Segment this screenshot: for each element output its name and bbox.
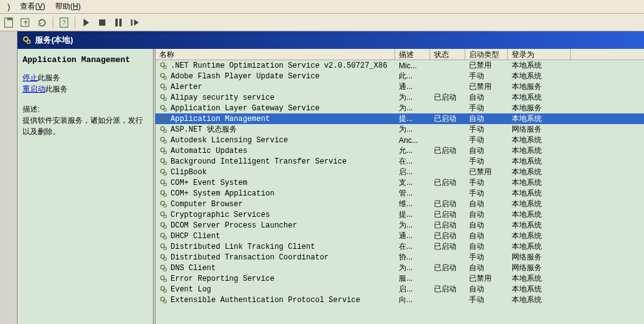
service-row[interactable]: Extensible Authentication Protocol Servi… (156, 295, 644, 305)
service-name: DNS Client (171, 264, 216, 273)
services-header-icon (23, 36, 31, 44)
detail-pane: Application Management 停止此服务 重启动此服务 描述: … (18, 49, 153, 324)
service-state: 已启动 (430, 231, 465, 241)
svg-point-32 (164, 172, 167, 175)
service-row[interactable]: Adobe Flash Player Update Service此...手动本… (156, 71, 644, 81)
svg-point-52 (164, 278, 167, 281)
service-state: 已启动 (430, 92, 465, 103)
service-row[interactable]: Automatic Updates允...已启动自动本地系统 (156, 145, 644, 156)
toolbar-restart-icon[interactable] (128, 16, 142, 29)
toolbar-separator (53, 17, 53, 28)
toolbar-help-icon[interactable]: ? (57, 16, 71, 29)
menu-help[interactable]: 帮助(H) (50, 0, 86, 13)
service-desc: 为... (395, 124, 430, 135)
menu-view[interactable]: 查看(V) (15, 0, 50, 13)
service-logon: 本地系统 (508, 199, 571, 209)
toolbar-separator-2 (75, 17, 75, 28)
col-desc[interactable]: 描述 (395, 49, 430, 60)
toolbar-stop-icon[interactable] (95, 16, 109, 29)
main-area: 服务(本地) Application Management 停止此服务 重启动此… (0, 31, 644, 324)
service-desc: Anc... (395, 136, 430, 145)
service-row[interactable]: Cryptographic Services提...已启动自动本地系统 (156, 209, 644, 220)
service-row[interactable]: Distributed Link Tracking Client在...已启动自… (156, 241, 644, 252)
service-row[interactable]: Autodesk Licensing ServiceAnc...手动本地系统 (156, 135, 644, 145)
service-row[interactable]: COM+ System Application管...手动本地系统 (156, 188, 644, 199)
service-desc: 启... (395, 167, 430, 177)
service-desc: 通... (395, 231, 430, 241)
service-row[interactable]: Application Layer Gateway Service为...手动本… (156, 103, 644, 113)
service-start: 已禁用 (465, 273, 508, 284)
service-logon: 本地系统 (508, 209, 571, 220)
service-icon (159, 221, 168, 230)
service-row[interactable]: Distributed Transaction Coordinator协...手… (156, 252, 644, 263)
service-desc: 为... (395, 220, 430, 231)
service-row[interactable]: ASP.NET 状态服务为...手动网络服务 (156, 124, 644, 135)
service-logon: 本地系统 (508, 71, 571, 81)
col-start[interactable]: 启动类型 (465, 49, 508, 60)
service-desc: Mic... (395, 61, 430, 70)
service-row[interactable]: Alerter通...已禁用本地服务 (156, 81, 644, 92)
service-row[interactable]: Error Reporting Service服...已禁用本地系统 (156, 273, 644, 284)
svg-point-54 (164, 289, 167, 292)
service-logon: 本地系统 (508, 135, 571, 145)
service-name: Application Layer Gateway Service (171, 104, 320, 113)
service-start: 手动 (465, 156, 508, 167)
service-start: 手动 (465, 252, 508, 263)
service-row[interactable]: ClipBook启...已禁用本地系统 (156, 167, 644, 177)
service-name: DCOM Server Process Launcher (171, 221, 297, 230)
service-row[interactable]: COM+ Event System支...已启动手动本地系统 (156, 177, 644, 188)
service-name: COM+ System Application (171, 189, 275, 198)
service-icon (159, 136, 168, 145)
service-row[interactable]: Event Log启...已启动自动本地系统 (156, 284, 644, 295)
service-desc: 为... (395, 263, 430, 273)
content-header: 服务(本地) (18, 31, 644, 49)
svg-point-20 (164, 108, 167, 111)
nav-tree-collapsed (0, 31, 18, 324)
service-desc: 为... (395, 103, 430, 113)
service-icon (159, 157, 168, 166)
menu-bar: ) 查看(V) 帮助(H) (0, 0, 644, 14)
service-icon (159, 274, 168, 283)
svg-text:?: ? (62, 18, 66, 26)
service-row[interactable]: .NET Runtime Optimization Service v2.0.5… (156, 60, 644, 71)
detail-actions: 停止此服务 重启动此服务 (23, 72, 148, 95)
service-state: 已启动 (430, 113, 465, 124)
detail-desc-text: 提供软件安装服务，诸如分派，发行以及删除。 (23, 115, 148, 137)
toolbar-btn-1[interactable] (3, 16, 16, 29)
service-name: Computer Browser (171, 200, 243, 209)
service-row[interactable]: Application Management提...已启动自动本地系统 (156, 113, 644, 124)
service-row[interactable]: Computer Browser维...已启动自动本地系统 (156, 199, 644, 209)
service-logon: 本地系统 (508, 92, 571, 103)
service-row[interactable]: Alipay security service为...已启动自动本地系统 (156, 92, 644, 103)
service-icon (159, 189, 168, 198)
service-row[interactable]: Background Intelligent Transfer Service在… (156, 156, 644, 167)
stop-link[interactable]: 停止 (23, 73, 38, 82)
col-state[interactable]: 状态 (430, 49, 465, 60)
svg-point-50 (164, 268, 167, 271)
service-icon (159, 115, 168, 123)
col-logon[interactable]: 登录为 (508, 49, 571, 60)
svg-point-26 (164, 140, 167, 143)
service-name: .NET Runtime Optimization Service v2.0.5… (171, 61, 388, 70)
toolbar-export-icon[interactable] (19, 16, 33, 29)
toolbar-refresh-icon[interactable] (35, 16, 49, 29)
service-name: Distributed Link Tracking Client (171, 243, 315, 251)
restart-link[interactable]: 重启动 (23, 85, 45, 93)
toolbar-play-icon[interactable] (79, 16, 93, 29)
service-desc: 为... (395, 92, 430, 103)
service-desc: 维... (395, 199, 430, 209)
service-start: 自动 (465, 145, 508, 156)
menu-extra[interactable]: ) (3, 1, 15, 13)
service-desc: 提... (395, 113, 430, 124)
service-name: Event Log (171, 285, 211, 294)
service-row[interactable]: DCOM Server Process Launcher为...已启动自动本地系… (156, 220, 644, 231)
service-icon (159, 296, 168, 305)
toolbar-pause-icon[interactable] (112, 16, 125, 29)
svg-point-14 (164, 76, 167, 79)
service-row[interactable]: DHCP Client通...已启动自动本地系统 (156, 231, 644, 241)
col-name[interactable]: 名称 (156, 49, 395, 60)
service-start: 自动 (465, 220, 508, 231)
service-row[interactable]: DNS Client为...已启动自动网络服务 (156, 263, 644, 273)
service-desc: 启... (395, 284, 430, 295)
svg-rect-2 (21, 18, 29, 26)
